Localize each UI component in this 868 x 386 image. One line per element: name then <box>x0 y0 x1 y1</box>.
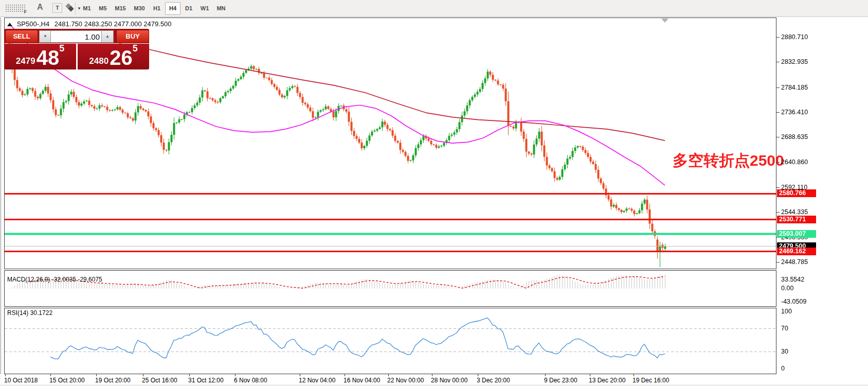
timeframe-button-mn[interactable]: MN <box>213 2 229 15</box>
time-tick <box>96 374 97 376</box>
timeframe-button-h1[interactable]: H1 <box>149 2 165 15</box>
font-icon[interactable]: A <box>37 3 43 12</box>
volume-decrease-button[interactable]: ▼ <box>39 30 51 43</box>
rsi-indicator-label: RSI(14) 30.1722 <box>7 309 52 317</box>
time-tick <box>189 374 190 376</box>
time-tick-label: 28 Nov 00:00 <box>431 377 467 384</box>
time-tick <box>432 374 432 376</box>
time-tick <box>478 374 478 376</box>
time-tick <box>634 374 634 376</box>
price-tick-label: 2448.785 <box>781 258 808 266</box>
price-tick-label: 2832.935 <box>781 58 808 65</box>
grid-f-icon-label: F <box>24 9 27 14</box>
sell-price-display[interactable]: 2479 48 5 <box>4 44 76 69</box>
time-tick-label: 10 Oct 2018 <box>4 377 38 384</box>
price-tick-label: 2784.185 <box>781 84 808 91</box>
price-level-badge: 2469.162 <box>777 248 816 255</box>
grid-f-icon[interactable]: F <box>5 4 26 12</box>
time-tick-label: 15 Oct 20:00 <box>49 377 85 384</box>
rsi-scale-label: 0 <box>781 365 785 372</box>
price-tick <box>776 137 780 137</box>
timeframe-button-w1[interactable]: W1 <box>197 2 212 15</box>
timeframe-button-d1[interactable]: D1 <box>181 2 196 15</box>
rsi-scale-label: 70 <box>781 325 788 332</box>
chart-ohlc: 2481.750 2483.250 2477.000 2479.500 <box>55 20 172 28</box>
price-level-badge: 2503.007 <box>777 230 816 238</box>
buy-button[interactable]: BUY <box>116 30 149 43</box>
timeframe-button-h4[interactable]: H4 <box>165 2 180 15</box>
price-tick <box>776 112 780 113</box>
price-tick-label: 2736.410 <box>781 109 808 116</box>
time-tick-label: 19 Oct 20:00 <box>95 377 131 384</box>
time-tick <box>388 374 389 376</box>
rsi-canvas[interactable] <box>5 308 776 374</box>
price-tick <box>776 187 780 188</box>
buy-price-display[interactable]: 2480 26 5 <box>78 44 149 69</box>
time-tick <box>5 374 6 376</box>
price-level-badge: 2530.771 <box>777 216 816 223</box>
price-tick <box>776 62 780 62</box>
toolbar-separator <box>75 2 76 14</box>
price-tick <box>776 162 780 163</box>
price-level-badge: 2580.766 <box>777 189 816 197</box>
price-tick <box>776 87 780 88</box>
chart-title: SP500-,H4 2481.750 2483.250 2477.000 247… <box>7 20 172 28</box>
time-tick-label: 3 Dec 20:00 <box>477 377 510 384</box>
time-tick <box>235 374 236 376</box>
timeframe-button-m30[interactable]: M30 <box>130 2 149 15</box>
time-tick <box>545 374 546 376</box>
one-click-trading-widget: SELL ▼ ▲ BUY 2479 48 5 2480 26 5 <box>4 29 149 69</box>
price-tick <box>776 262 780 262</box>
volume-input[interactable] <box>50 30 103 43</box>
timeframe-button-m1[interactable]: M1 <box>79 2 95 15</box>
time-tick <box>300 374 300 376</box>
time-tick-label: 22 Nov 00:00 <box>387 377 424 384</box>
time-tick-label: 12 Nov 04:00 <box>299 377 335 384</box>
time-tick-label: 19 Dec 16:00 <box>632 377 669 384</box>
window-left-edge <box>1 17 1 384</box>
sell-price-pips: 48 <box>37 49 60 66</box>
time-tick <box>345 374 345 376</box>
time-tick-label: 6 Nov 08:00 <box>234 377 267 384</box>
price-tick-label: 2880.710 <box>781 33 808 41</box>
price-tick-label: 2688.635 <box>781 133 808 141</box>
time-tick <box>590 374 590 376</box>
rsi-scale-label: 100 <box>781 308 792 315</box>
symbol-arrow-icon <box>7 23 12 26</box>
sell-price-point: 5 <box>59 45 64 52</box>
macd-scale-label: 33.5542 <box>781 276 804 283</box>
price-tick-label: 2640.860 <box>781 159 808 166</box>
chart-shift-marker-icon[interactable] <box>661 19 668 23</box>
macd-canvas[interactable] <box>5 271 776 306</box>
buy-price-whole: 2480 <box>89 56 109 66</box>
time-tick-label: 25 Oct 16:00 <box>142 377 177 384</box>
buy-price-pips: 26 <box>110 49 133 66</box>
chart-symbol: SP500-,H4 <box>17 20 50 28</box>
time-axis[interactable]: 10 Oct 201815 Oct 20:0019 Oct 20:0025 Oc… <box>0 374 868 384</box>
time-tick-label: 13 Dec 20:00 <box>589 377 625 384</box>
time-tick-label: 9 Dec 23:00 <box>544 377 577 384</box>
timeframe-button-m5[interactable]: M5 <box>95 2 111 15</box>
toolbar: F A T ▼ M1M5M15M30H1H4D1W1MN <box>0 0 868 17</box>
macd-indicator-label: MACD(12,26,9) -32.0035 -29.6075 <box>7 276 102 283</box>
price-tick <box>776 37 780 38</box>
sell-button[interactable]: SELL <box>5 30 38 43</box>
chart-annotation-text: 多空转折点2500 <box>673 150 784 171</box>
macd-scale-label: 0.00 <box>781 285 793 292</box>
buy-price-point: 5 <box>133 45 138 52</box>
sell-price-whole: 2479 <box>16 56 35 66</box>
time-tick <box>143 374 143 376</box>
price-tick <box>776 212 780 213</box>
text-box-icon[interactable]: T <box>52 3 62 13</box>
rsi-scale-label: 30 <box>781 348 788 355</box>
arrange-objects-icon[interactable] <box>66 4 75 12</box>
price-axis[interactable]: 2880.7102832.9352784.1852736.4102688.635… <box>776 0 868 386</box>
price-tick-label: 2544.335 <box>781 208 808 216</box>
volume-increase-button[interactable]: ▲ <box>101 30 114 43</box>
macd-scale-label: -43.0509 <box>781 298 806 305</box>
time-tick-label: 16 Nov 04:00 <box>343 377 380 384</box>
time-tick <box>50 374 51 376</box>
time-tick-label: 31 Oct 12:00 <box>188 377 224 384</box>
mt4-window: F A T ▼ M1M5M15M30H1H4D1W1MN SP500-,H4 2… <box>0 0 868 386</box>
timeframe-button-m15[interactable]: M15 <box>111 2 130 15</box>
